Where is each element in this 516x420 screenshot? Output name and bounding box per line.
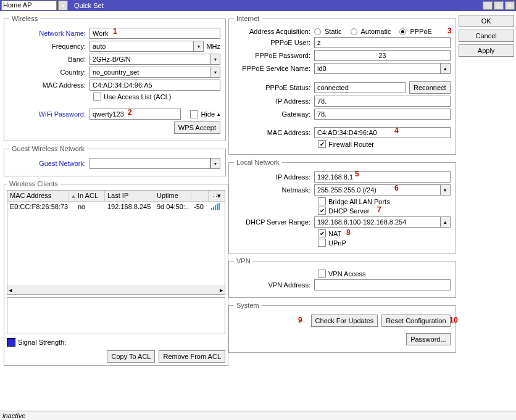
firewall-label: Firewall Router [328, 141, 374, 148]
nat-checkbox[interactable]: ✔ [318, 229, 326, 237]
annotation-10: 10 [449, 316, 457, 324]
col-lastip[interactable]: Last IP [105, 191, 154, 201]
chevron-down-icon[interactable]: ▾ [210, 54, 220, 65]
cancel-button[interactable]: Cancel [459, 30, 514, 42]
vpn-access-label: VPN Access [328, 270, 366, 278]
cell-uptime: 9d 04:50:.. [154, 202, 191, 213]
chevron-down-icon[interactable]: ▾ [441, 184, 451, 196]
firewall-checkbox[interactable]: ✔ [318, 140, 326, 148]
reset-config-button[interactable]: Reset Configuration [381, 315, 450, 327]
wifi-password-input[interactable] [89, 109, 181, 120]
wifi-password-label[interactable]: WiFi Password: [9, 110, 89, 118]
annotation-7: 7 [377, 205, 381, 214]
hide-checkbox[interactable] [190, 110, 198, 118]
maximize-icon[interactable]: ▢ [494, 1, 504, 10]
signal-bars-icon [211, 203, 220, 210]
guest-network-input[interactable] [89, 158, 210, 169]
vpn-address-label: VPN Address: [234, 281, 314, 289]
reconnect-button[interactable]: Reconnect [409, 81, 451, 94]
cell-mac: E0:CC:F8:26:58:73 [7, 202, 69, 213]
bridge-checkbox[interactable] [318, 197, 326, 205]
col-signal[interactable] [191, 191, 209, 201]
internet-ip-input [314, 96, 451, 107]
guest-network-label[interactable]: Guest Network: [9, 160, 89, 167]
remove-from-acl-button[interactable]: Remove From ACL [159, 350, 225, 363]
horizontal-scrollbar[interactable]: ◂▸ [7, 286, 225, 294]
acq-label: Address Acquisition: [234, 28, 314, 35]
internet-group: Internet Address Acquisition: Static Aut… [228, 15, 456, 155]
collapse-icon[interactable]: ▴ [441, 216, 451, 228]
wireless-mac-label: MAC Address: [9, 81, 89, 89]
internet-mac-input[interactable] [314, 127, 451, 138]
pppoe-user-label: PPPoE User: [234, 39, 314, 46]
wps-accept-button[interactable]: WPS Accept [174, 121, 220, 134]
chevron-down-icon[interactable]: ▾ [210, 158, 220, 169]
signal-color-icon [7, 338, 15, 347]
netmask-input[interactable] [314, 184, 441, 196]
col-acl[interactable]: In ACL [75, 191, 105, 201]
pppoe-service-input[interactable] [314, 63, 441, 74]
internet-ip-label: IP Address: [234, 97, 314, 105]
country-label: Country: [9, 68, 89, 76]
netmask-label: Netmask: [234, 186, 314, 194]
radio-pppoe[interactable] [399, 28, 406, 35]
network-name-label[interactable]: Network Name: [9, 30, 89, 37]
chevron-down-icon[interactable]: ▾ [194, 41, 204, 52]
guest-legend: Guest Wireless Network [9, 145, 87, 152]
wireless-legend: Wireless [9, 15, 40, 22]
dhcp-label: DHCP Server [328, 207, 369, 215]
gateway-input [314, 109, 451, 120]
internet-legend: Internet [234, 15, 262, 22]
copy-to-acl-button[interactable]: Copy To ACL [107, 350, 155, 363]
wireless-mac-input [89, 80, 220, 91]
apply-button[interactable]: Apply [459, 44, 514, 57]
status-bar: inactive [0, 411, 516, 420]
window-title: Quick Set [72, 2, 481, 9]
collapse-icon[interactable]: ▴ [217, 111, 220, 117]
chevron-down-icon[interactable]: ▾ [210, 67, 220, 78]
pppoe-user-input[interactable] [314, 37, 451, 48]
cell-ip: 192.168.8.245 [105, 202, 154, 213]
table-row[interactable]: E0:CC:F8:26:58:73 no 192.168.8.245 9d 04… [7, 202, 225, 213]
nat-label: NAT [328, 230, 341, 237]
mode-dropdown-icon[interactable]: ▾ [58, 1, 68, 10]
pppoe-password-input[interactable] [314, 50, 451, 61]
cell-acl: no [75, 202, 105, 213]
vpn-access-checkbox[interactable] [318, 270, 326, 278]
vpn-address-input [314, 279, 451, 290]
dhcp-checkbox[interactable]: ✔ [318, 207, 326, 215]
minimize-icon[interactable]: □ [483, 1, 493, 10]
mode-select[interactable]: Home AP [1, 1, 57, 10]
radio-pppoe-label: PPPoE [410, 28, 431, 35]
frequency-input[interactable] [89, 41, 194, 52]
dhcp-range-input[interactable] [314, 216, 441, 228]
guest-group: Guest Wireless Network Guest Network: ▾ [4, 145, 226, 176]
annotation-3: 3 [447, 27, 452, 35]
ok-button[interactable]: OK [459, 15, 514, 27]
network-name-input[interactable] [89, 28, 220, 39]
vpn-legend: VPN [234, 257, 253, 265]
acl-checkbox[interactable] [93, 93, 101, 101]
radio-static[interactable] [314, 28, 321, 35]
clients-legend: Wireless Clients [7, 180, 60, 187]
col-uptime[interactable]: Uptime [154, 191, 191, 201]
country-input[interactable] [89, 67, 210, 78]
check-updates-button[interactable]: Check For Updates [311, 315, 378, 327]
col-menu-icon[interactable]: ∷▾ [209, 191, 225, 201]
local-ip-input[interactable] [314, 171, 451, 183]
upnp-label: UPnP [328, 239, 346, 247]
col-mac[interactable]: MAC Address [7, 191, 69, 201]
annotation-9: 9 [298, 316, 302, 324]
gateway-label: Gateway: [234, 110, 314, 118]
radio-automatic[interactable] [351, 28, 357, 35]
upnp-checkbox[interactable] [318, 239, 326, 247]
collapse-icon[interactable]: ▴ [441, 63, 451, 74]
system-legend: System [234, 302, 262, 309]
sort-icon[interactable]: ▴ [69, 191, 75, 201]
password-button[interactable]: Password... [406, 333, 450, 345]
band-input[interactable] [89, 54, 210, 65]
close-icon[interactable]: ✕ [505, 1, 515, 10]
client-detail-panel [7, 297, 225, 334]
radio-auto-label: Automatic [361, 28, 391, 35]
hide-label: Hide [201, 110, 215, 118]
